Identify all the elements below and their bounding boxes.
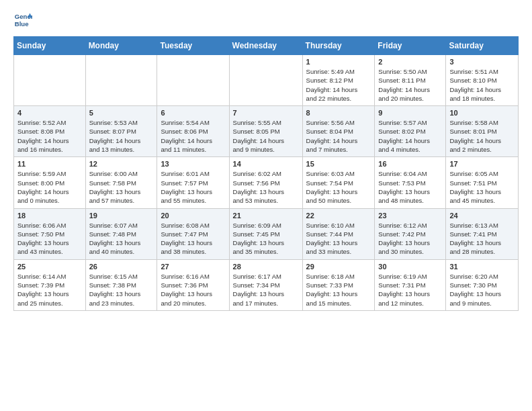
day-info: Sunrise: 5:59 AMSunset: 8:00 PMDaylight:… — [17, 169, 82, 205]
day-info: Sunrise: 6:18 AMSunset: 7:33 PMDaylight:… — [306, 272, 371, 308]
day-number: 21 — [233, 212, 299, 220]
calendar-cell: 18Sunrise: 6:06 AMSunset: 7:50 PMDayligh… — [14, 208, 86, 259]
day-number: 22 — [306, 212, 371, 220]
day-number: 27 — [161, 263, 225, 271]
day-number: 6 — [161, 109, 225, 117]
day-info: Sunrise: 6:15 AMSunset: 7:38 PMDaylight:… — [89, 272, 154, 308]
day-info: Sunrise: 6:00 AMSunset: 7:58 PMDaylight:… — [89, 169, 154, 205]
day-info: Sunrise: 6:19 AMSunset: 7:31 PMDaylight:… — [378, 272, 442, 308]
weekday-header-thursday: Thursday — [302, 37, 375, 55]
day-info: Sunrise: 5:57 AMSunset: 8:02 PMDaylight:… — [378, 118, 442, 154]
calendar-cell: 13Sunrise: 6:01 AMSunset: 7:57 PMDayligh… — [157, 157, 229, 208]
weekday-header-friday: Friday — [375, 37, 446, 55]
calendar-cell: 23Sunrise: 6:12 AMSunset: 7:42 PMDayligh… — [375, 208, 446, 259]
calendar-cell: 5Sunrise: 5:53 AMSunset: 8:07 PMDaylight… — [85, 106, 157, 157]
day-number: 9 — [378, 109, 442, 117]
calendar-cell: 29Sunrise: 6:18 AMSunset: 7:33 PMDayligh… — [302, 259, 375, 310]
day-number: 15 — [306, 160, 371, 168]
logo: General Blue — [13, 11, 32, 30]
day-info: Sunrise: 6:05 AMSunset: 7:51 PMDaylight:… — [449, 169, 515, 205]
weekday-header-tuesday: Tuesday — [157, 37, 229, 55]
day-number: 4 — [17, 109, 82, 117]
day-number: 20 — [161, 212, 225, 220]
day-info: Sunrise: 5:55 AMSunset: 8:05 PMDaylight:… — [233, 118, 299, 154]
calendar-cell: 31Sunrise: 6:20 AMSunset: 7:30 PMDayligh… — [446, 259, 519, 310]
day-info: Sunrise: 5:53 AMSunset: 8:07 PMDaylight:… — [89, 118, 154, 154]
day-info: Sunrise: 6:03 AMSunset: 7:54 PMDaylight:… — [306, 169, 371, 205]
weekday-header-wednesday: Wednesday — [229, 37, 302, 55]
weekday-header-monday: Monday — [85, 37, 157, 55]
logo-icon: General Blue — [13, 11, 32, 30]
day-info: Sunrise: 5:56 AMSunset: 8:04 PMDaylight:… — [306, 118, 371, 154]
day-number: 10 — [449, 109, 515, 117]
calendar-cell: 1Sunrise: 5:49 AMSunset: 8:12 PMDaylight… — [302, 55, 375, 106]
day-number: 5 — [89, 109, 154, 117]
week-row-5: 25Sunrise: 6:14 AMSunset: 7:39 PMDayligh… — [14, 259, 519, 310]
calendar-cell: 26Sunrise: 6:15 AMSunset: 7:38 PMDayligh… — [85, 259, 157, 310]
day-info: Sunrise: 6:20 AMSunset: 7:30 PMDaylight:… — [449, 272, 515, 308]
calendar-cell — [85, 55, 157, 106]
day-info: Sunrise: 5:50 AMSunset: 8:11 PMDaylight:… — [378, 67, 442, 103]
calendar-cell: 21Sunrise: 6:09 AMSunset: 7:45 PMDayligh… — [229, 208, 302, 259]
day-number: 13 — [161, 160, 225, 168]
day-info: Sunrise: 6:04 AMSunset: 7:53 PMDaylight:… — [378, 169, 442, 205]
day-info: Sunrise: 6:16 AMSunset: 7:36 PMDaylight:… — [161, 272, 225, 308]
day-number: 8 — [306, 109, 371, 117]
day-info: Sunrise: 6:02 AMSunset: 7:56 PMDaylight:… — [233, 169, 299, 205]
day-number: 18 — [17, 212, 82, 220]
calendar-cell: 17Sunrise: 6:05 AMSunset: 7:51 PMDayligh… — [446, 157, 519, 208]
calendar-cell: 6Sunrise: 5:54 AMSunset: 8:06 PMDaylight… — [157, 106, 229, 157]
calendar-cell — [14, 55, 86, 106]
day-number: 31 — [449, 263, 515, 271]
day-number: 29 — [306, 263, 371, 271]
week-row-1: 1Sunrise: 5:49 AMSunset: 8:12 PMDaylight… — [14, 55, 519, 106]
calendar-cell: 24Sunrise: 6:13 AMSunset: 7:41 PMDayligh… — [446, 208, 519, 259]
day-info: Sunrise: 6:07 AMSunset: 7:48 PMDaylight:… — [89, 221, 154, 257]
weekday-header-sunday: Sunday — [14, 37, 86, 55]
calendar-cell: 10Sunrise: 5:58 AMSunset: 8:01 PMDayligh… — [446, 106, 519, 157]
week-row-3: 11Sunrise: 5:59 AMSunset: 8:00 PMDayligh… — [14, 157, 519, 208]
calendar-cell: 27Sunrise: 6:16 AMSunset: 7:36 PMDayligh… — [157, 259, 229, 310]
day-number: 14 — [233, 160, 299, 168]
day-number: 16 — [378, 160, 442, 168]
day-info: Sunrise: 6:13 AMSunset: 7:41 PMDaylight:… — [449, 221, 515, 257]
day-number: 7 — [233, 109, 299, 117]
calendar-cell — [229, 55, 302, 106]
calendar-cell: 28Sunrise: 6:17 AMSunset: 7:34 PMDayligh… — [229, 259, 302, 310]
day-number: 25 — [17, 263, 82, 271]
day-number: 23 — [378, 212, 442, 220]
day-number: 24 — [449, 212, 515, 220]
calendar-cell: 4Sunrise: 5:52 AMSunset: 8:08 PMDaylight… — [14, 106, 86, 157]
day-info: Sunrise: 6:06 AMSunset: 7:50 PMDaylight:… — [17, 221, 82, 257]
day-info: Sunrise: 6:17 AMSunset: 7:34 PMDaylight:… — [233, 272, 299, 308]
week-row-2: 4Sunrise: 5:52 AMSunset: 8:08 PMDaylight… — [14, 106, 519, 157]
day-info: Sunrise: 6:10 AMSunset: 7:44 PMDaylight:… — [306, 221, 371, 257]
calendar-cell: 15Sunrise: 6:03 AMSunset: 7:54 PMDayligh… — [302, 157, 375, 208]
calendar-cell: 9Sunrise: 5:57 AMSunset: 8:02 PMDaylight… — [375, 106, 446, 157]
day-number: 11 — [17, 160, 82, 168]
calendar-cell — [157, 55, 229, 106]
svg-text:Blue: Blue — [15, 20, 29, 28]
day-number: 2 — [378, 58, 442, 66]
day-info: Sunrise: 5:52 AMSunset: 8:08 PMDaylight:… — [17, 118, 82, 154]
day-number: 19 — [89, 212, 154, 220]
page-header: General Blue — [13, 11, 519, 30]
calendar-cell: 22Sunrise: 6:10 AMSunset: 7:44 PMDayligh… — [302, 208, 375, 259]
calendar-table: SundayMondayTuesdayWednesdayThursdayFrid… — [13, 36, 519, 311]
day-number: 28 — [233, 263, 299, 271]
day-info: Sunrise: 6:12 AMSunset: 7:42 PMDaylight:… — [378, 221, 442, 257]
weekday-header-saturday: Saturday — [446, 37, 519, 55]
calendar-cell: 12Sunrise: 6:00 AMSunset: 7:58 PMDayligh… — [85, 157, 157, 208]
day-number: 1 — [306, 58, 371, 66]
week-row-4: 18Sunrise: 6:06 AMSunset: 7:50 PMDayligh… — [14, 208, 519, 259]
day-info: Sunrise: 6:14 AMSunset: 7:39 PMDaylight:… — [17, 272, 82, 308]
day-info: Sunrise: 5:49 AMSunset: 8:12 PMDaylight:… — [306, 67, 371, 103]
day-number: 17 — [449, 160, 515, 168]
calendar-cell: 30Sunrise: 6:19 AMSunset: 7:31 PMDayligh… — [375, 259, 446, 310]
calendar-cell: 2Sunrise: 5:50 AMSunset: 8:11 PMDaylight… — [375, 55, 446, 106]
day-info: Sunrise: 6:08 AMSunset: 7:47 PMDaylight:… — [161, 221, 225, 257]
day-info: Sunrise: 5:54 AMSunset: 8:06 PMDaylight:… — [161, 118, 225, 154]
day-info: Sunrise: 6:09 AMSunset: 7:45 PMDaylight:… — [233, 221, 299, 257]
calendar-cell: 19Sunrise: 6:07 AMSunset: 7:48 PMDayligh… — [85, 208, 157, 259]
day-info: Sunrise: 6:01 AMSunset: 7:57 PMDaylight:… — [161, 169, 225, 205]
